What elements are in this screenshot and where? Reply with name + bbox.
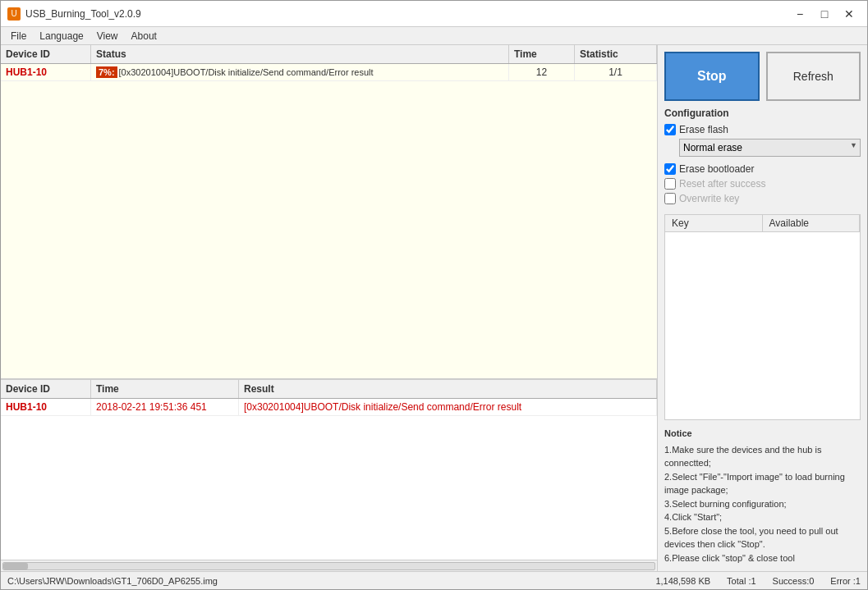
window-title: USB_Burning_Tool_v2.0.9 <box>25 8 141 20</box>
notice-item-4: 4.Click "Start"; <box>664 510 861 524</box>
status-text: [0x30201004]UBOOT/Disk initialize/Send c… <box>119 67 374 77</box>
log-cell-result: [0x30201004]UBOOT/Disk initialize/Send c… <box>239 399 657 415</box>
close-button[interactable]: ✕ <box>838 6 861 22</box>
log-col-result: Result <box>239 380 657 398</box>
erase-bootloader-label: Erase bootloader <box>679 163 754 175</box>
scrollbar-thumb[interactable] <box>3 563 28 569</box>
notice-item-2: 2.Select "File"-"Import image" to load b… <box>664 470 861 497</box>
key-col-key: Key <box>665 215 763 231</box>
configuration-section: Configuration Erase flash Normal erase E… <box>664 107 861 208</box>
notice-item-5: 5.Before close the tool, you need to pul… <box>664 524 861 551</box>
title-bar: U USB_Burning_Tool_v2.0.9 − □ ✕ <box>1 1 867 27</box>
notice-item-6: 6.Please click "stop" & close tool <box>664 551 861 565</box>
menu-file[interactable]: File <box>4 29 33 43</box>
notice-item-3: 3.Select burning configuration; <box>664 497 861 511</box>
action-buttons: Stop Refresh <box>664 52 861 101</box>
key-table-header: Key Available <box>665 215 860 232</box>
menu-view[interactable]: View <box>90 29 125 43</box>
reset-after-success-item: Reset after success <box>664 178 861 190</box>
minimize-button[interactable]: − <box>788 6 811 22</box>
window-controls: − □ ✕ <box>788 6 861 22</box>
menu-language[interactable]: Language <box>33 29 90 43</box>
col-header-status: Status <box>91 45 509 63</box>
stop-button[interactable]: Stop <box>664 52 760 101</box>
key-table-body <box>665 232 860 314</box>
app-icon: U <box>7 7 21 21</box>
left-panel: Device ID Status Time Statistic HUB1-10 … <box>1 45 658 571</box>
erase-bootloader-checkbox[interactable] <box>664 163 676 175</box>
log-row: HUB1-10 2018-02-21 19:51:36 451 [0x30201… <box>1 399 657 416</box>
reset-after-success-label: Reset after success <box>679 178 765 190</box>
scrollbar-track[interactable] <box>2 562 655 570</box>
horizontal-scrollbar[interactable] <box>1 560 657 571</box>
overwrite-key-checkbox[interactable] <box>664 193 676 204</box>
menu-bar: File Language View About <box>1 27 867 45</box>
log-col-time: Time <box>91 380 239 398</box>
erase-flash-item: Erase flash <box>664 124 861 135</box>
log-table-header: Device ID Time Result <box>1 379 657 399</box>
log-col-device: Device ID <box>1 380 91 398</box>
key-col-available: Available <box>763 215 861 231</box>
maximize-button[interactable]: □ <box>813 6 836 22</box>
refresh-button[interactable]: Refresh <box>766 52 861 101</box>
notice-title: Notice <box>664 427 861 441</box>
erase-mode-select[interactable]: Normal erase <box>679 139 861 157</box>
key-table: Key Available <box>664 214 861 420</box>
erase-bootloader-item: Erase bootloader <box>664 163 861 175</box>
status-percent: 7%: <box>96 66 117 78</box>
overwrite-key-item: Overwrite key <box>664 193 861 204</box>
status-total: Total :1 <box>727 576 755 586</box>
erase-flash-checkbox[interactable] <box>664 124 676 135</box>
erase-mode-wrapper: Normal erase <box>679 139 861 160</box>
status-bar: C:\Users\JRW\Downloads\GT1_706D0_AP6255.… <box>1 571 867 589</box>
overwrite-key-label: Overwrite key <box>679 193 739 204</box>
app-window: U USB_Burning_Tool_v2.0.9 − □ ✕ File Lan… <box>0 0 868 590</box>
cell-status: 7%: [0x30201004]UBOOT/Disk initialize/Se… <box>91 64 509 80</box>
title-bar-left: U USB_Burning_Tool_v2.0.9 <box>7 7 141 21</box>
main-content: Device ID Status Time Statistic HUB1-10 … <box>1 45 867 571</box>
log-cell-device: HUB1-10 <box>1 399 91 415</box>
notice-item-1: 1.Make sure the devices and the hub is c… <box>664 443 861 470</box>
right-panel: Stop Refresh Configuration Erase flash N… <box>658 45 867 571</box>
cell-statistic: 1/1 <box>575 64 657 80</box>
status-file-path: C:\Users\JRW\Downloads\GT1_706D0_AP6255.… <box>7 576 639 586</box>
reset-after-success-checkbox[interactable] <box>664 178 676 190</box>
log-cell-time: 2018-02-21 19:51:36 451 <box>91 399 239 415</box>
status-error: Error :1 <box>830 576 861 586</box>
col-header-statistic: Statistic <box>575 45 657 63</box>
erase-flash-label: Erase flash <box>679 124 728 135</box>
status-size: 1,148,598 KB <box>655 576 710 586</box>
col-header-device-id: Device ID <box>1 45 91 63</box>
notice-section: Notice 1.Make sure the devices and the h… <box>664 427 861 565</box>
menu-about[interactable]: About <box>125 29 163 43</box>
device-table-header: Device ID Status Time Statistic <box>1 45 657 64</box>
table-row: HUB1-10 7%: [0x30201004]UBOOT/Disk initi… <box>1 64 657 81</box>
device-table-area: Device ID Status Time Statistic HUB1-10 … <box>1 45 657 379</box>
cell-time: 12 <box>509 64 575 80</box>
status-success: Success:0 <box>773 576 815 586</box>
cell-device-id: HUB1-10 <box>1 64 91 80</box>
col-header-time: Time <box>509 45 575 63</box>
config-title: Configuration <box>664 107 861 119</box>
log-table-area: Device ID Time Result HUB1-10 2018-02-21… <box>1 379 657 560</box>
